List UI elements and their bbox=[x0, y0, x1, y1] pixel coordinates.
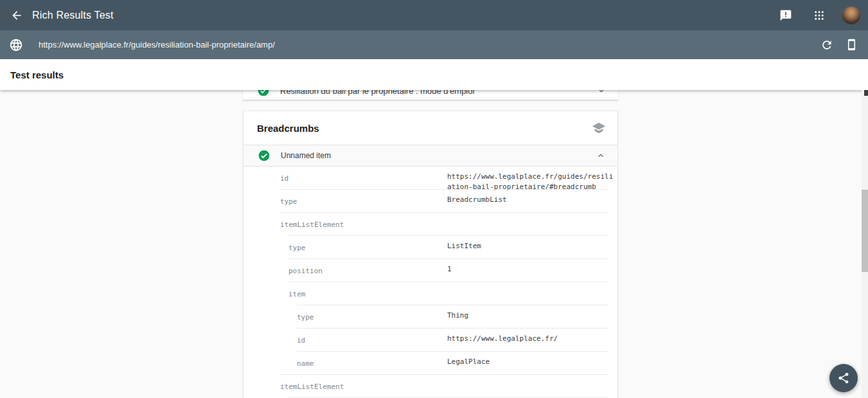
previous-result-row[interactable]: Résiliation du bail par le propriétaire … bbox=[243, 90, 618, 100]
property-table: idhttps://www.legalplace.fr/guides/resil… bbox=[280, 167, 608, 398]
learn-more-button[interactable] bbox=[592, 121, 606, 135]
property-key: type bbox=[297, 313, 314, 321]
property-key: type bbox=[288, 244, 306, 252]
table-row: typeListItem bbox=[288, 235, 608, 258]
apps-grid-icon bbox=[813, 10, 825, 21]
table-row: typeThing bbox=[297, 305, 608, 328]
share-button[interactable] bbox=[829, 364, 858, 392]
property-value: https://www.legalplace.fr/ bbox=[447, 334, 558, 344]
property-key: item bbox=[288, 290, 306, 298]
property-value: 1 bbox=[447, 264, 452, 275]
feedback-icon bbox=[779, 9, 792, 22]
property-value: Thing bbox=[447, 311, 468, 321]
tested-url: https://www.legalplace.fr/guides/resilia… bbox=[39, 40, 817, 50]
arrow-back-icon bbox=[10, 9, 23, 22]
unnamed-item-row[interactable]: Unnamed item bbox=[244, 145, 617, 167]
app-header: Rich Results Test bbox=[0, 0, 868, 30]
chevron-down-icon[interactable] bbox=[596, 90, 607, 96]
breadcrumbs-card-header: Breadcrumbs bbox=[244, 111, 617, 145]
back-button[interactable] bbox=[4, 3, 30, 28]
table-row: itemListElement bbox=[280, 374, 608, 397]
rerun-test-button[interactable] bbox=[817, 35, 837, 55]
table-row: item bbox=[288, 282, 608, 305]
results-header: Test results bbox=[0, 59, 868, 90]
app-title: Rich Results Test bbox=[32, 10, 114, 21]
previous-result-card: Résiliation du bail par le propriétaire … bbox=[243, 90, 618, 100]
device-toggle-button[interactable] bbox=[841, 35, 862, 55]
table-row: position1 bbox=[288, 258, 608, 282]
check-circle-icon bbox=[258, 149, 270, 162]
previous-result-label: Résiliation du bail par le propriétaire … bbox=[280, 90, 596, 96]
property-value: LegalPlace bbox=[447, 357, 490, 367]
graduation-cap-icon bbox=[592, 121, 606, 135]
share-icon bbox=[837, 372, 850, 384]
table-row: idhttps://www.legalplace.fr/ bbox=[297, 328, 608, 351]
url-bar: https://www.legalplace.fr/guides/resilia… bbox=[0, 30, 868, 59]
property-key: type bbox=[280, 197, 297, 206]
property-key: id bbox=[297, 336, 305, 345]
feedback-button[interactable] bbox=[775, 5, 796, 26]
scrollbar-notch bbox=[864, 90, 868, 96]
account-avatar[interactable] bbox=[842, 6, 860, 24]
check-circle-icon bbox=[257, 90, 270, 97]
refresh-icon bbox=[820, 39, 833, 51]
page-title: Test results bbox=[10, 69, 64, 80]
smartphone-icon bbox=[846, 39, 858, 51]
table-row: itemListElement bbox=[280, 212, 608, 235]
scrollbar-track bbox=[862, 90, 868, 398]
chevron-up-icon[interactable] bbox=[596, 150, 606, 161]
item-label: Unnamed item bbox=[281, 151, 596, 160]
table-row: idhttps://www.legalplace.fr/guides/resil… bbox=[280, 167, 608, 189]
property-key: id bbox=[280, 174, 288, 183]
table-row: nameLegalPlace bbox=[297, 351, 608, 374]
google-apps-button[interactable] bbox=[809, 5, 829, 26]
property-key: position bbox=[288, 267, 323, 275]
property-value: BreadcrumbList bbox=[447, 195, 507, 205]
globe-icon bbox=[9, 38, 23, 52]
breadcrumbs-card: Breadcrumbs Unnamed item idhttps://www.l… bbox=[243, 111, 618, 398]
property-key: name bbox=[297, 359, 314, 368]
scrollbar-thumb[interactable] bbox=[862, 190, 868, 272]
card-title: Breadcrumbs bbox=[257, 123, 592, 134]
property-key: itemListElement bbox=[280, 383, 344, 391]
table-row: typeBreadcrumbList bbox=[280, 189, 608, 212]
property-key: itemListElement bbox=[280, 221, 344, 229]
property-value: ListItem bbox=[447, 241, 481, 251]
